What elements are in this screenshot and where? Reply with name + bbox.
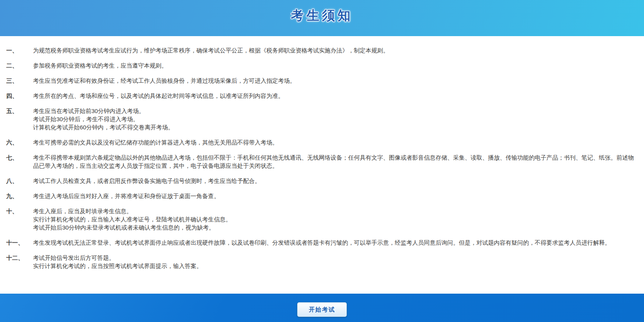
notice-item-number: 十、 xyxy=(6,207,33,231)
notice-item-number: 七、 xyxy=(6,153,33,170)
notice-line: 考试开始后30分钟内未登录考试机或者未确认考生信息的，视为缺考。 xyxy=(33,223,638,231)
notice-line: 考生应当在考试开始前30分钟内进入考场。 xyxy=(33,107,638,115)
notice-item: 三、 考生应当凭准考证和有效身份证，经考试工作人员验核身份，并通过现场采像后，方… xyxy=(6,77,638,85)
header-banner: 考生须知 xyxy=(0,0,644,36)
notice-item-number: 八、 xyxy=(6,177,33,185)
notice-line: 为规范税务师职业资格考试考生应试行为，维护考场正常秩序，确保考试公平公正，根据《… xyxy=(33,46,638,54)
notice-item: 九、 考生进入考场后应当对好入座，并将准考证和身份证放于桌面一角备查。 xyxy=(6,192,638,200)
notice-item-number: 十一、 xyxy=(6,238,33,247)
page-title: 考生须知 xyxy=(291,7,353,24)
notice-line: 考生发现考试机无法正常登录、考试机考试界面停止响应或者出现硬件故障，以及试卷印刷… xyxy=(33,238,638,247)
notice-item: 七、 考生不得携带本规则第六条规定物品以外的其他物品进入考场，包括但不限于：手机… xyxy=(6,153,638,170)
notice-line: 参加税务师职业资格考试的考生，应当遵守本规则。 xyxy=(33,61,638,70)
notice-line: 考试开始30分钟后，考生不得进入考场。 xyxy=(33,115,638,123)
notice-item-text: 考生进入考场后应当对好入座，并将准考证和身份证放于桌面一角备查。 xyxy=(33,192,638,200)
notice-line: 实行计算机化考试的，应当输入本人准考证号，登陆考试机并确认考生信息。 xyxy=(33,215,638,223)
notice-line: 考生所在的考点、考场和座位号，以及考试的具体起讫时间等考试信息，以准考证所列内容… xyxy=(33,92,638,100)
notice-line: 考试工作人员检查文具，或者启用反作弊设备实施电子信号侦测时，考生应当给予配合。 xyxy=(33,177,638,185)
notice-list: 一、 为规范税务师职业资格考试考生应试行为，维护考场正常秩序，确保考试公平公正，… xyxy=(6,46,638,270)
notice-item-text: 考试开始信号发出后方可答题。实行计算机化考试的，应当按照考试机考试界面提示，输入… xyxy=(33,254,638,270)
notice-item-number: 九、 xyxy=(6,192,33,200)
notice-line: 考试开始信号发出后方可答题。 xyxy=(33,254,638,262)
notice-item-text: 为规范税务师职业资格考试考生应试行为，维护考场正常秩序，确保考试公平公正，根据《… xyxy=(33,46,638,54)
notice-item-text: 考生可携带必需的文具以及没有记忆储存功能的计算器进入考场，其他无关用品不得带入考… xyxy=(33,138,638,146)
notice-item: 二、 参加税务师职业资格考试的考生，应当遵守本规则。 xyxy=(6,61,638,70)
notice-line: 考生进入考场后应当对好入座，并将准考证和身份证放于桌面一角备查。 xyxy=(33,192,638,200)
notice-line: 计算机化考试开始60分钟内，考试不得交卷离开考场。 xyxy=(33,123,638,131)
notice-line: 考生可携带必需的文具以及没有记忆储存功能的计算器进入考场，其他无关用品不得带入考… xyxy=(33,138,638,146)
notice-item-text: 参加税务师职业资格考试的考生，应当遵守本规则。 xyxy=(33,61,638,70)
notice-item-number: 一、 xyxy=(6,46,33,54)
notice-item-number: 三、 xyxy=(6,77,33,85)
notice-item: 四、 考生所在的考点、考场和座位号，以及考试的具体起讫时间等考试信息，以准考证所… xyxy=(6,92,638,100)
notice-item: 十一、 考生发现考试机无法正常登录、考试机考试界面停止响应或者出现硬件故障，以及… xyxy=(6,238,638,247)
notice-line: 考生不得携带本规则第六条规定物品以外的其他物品进入考场，包括但不限于：手机和任何… xyxy=(33,153,638,170)
notice-item-number: 五、 xyxy=(6,107,33,131)
notice-item-number: 四、 xyxy=(6,92,33,100)
notice-item: 一、 为规范税务师职业资格考试考生应试行为，维护考场正常秩序，确保考试公平公正，… xyxy=(6,46,638,54)
notice-item-text: 考生应当凭准考证和有效身份证，经考试工作人员验核身份，并通过现场采像后，方可进入… xyxy=(33,77,638,85)
notice-item: 六、 考生可携带必需的文具以及没有记忆储存功能的计算器进入考场，其他无关用品不得… xyxy=(6,138,638,146)
notice-line: 考生入座后，应当及时填录考生信息。 xyxy=(33,207,638,215)
notice-item-number: 六、 xyxy=(6,138,33,146)
notice-content: 一、 为规范税务师职业资格考试考生应试行为，维护考场正常秩序，确保考试公平公正，… xyxy=(0,36,644,270)
footer-bar: 开始考试 xyxy=(0,294,644,322)
notice-item-number: 十二、 xyxy=(6,254,33,270)
notice-item-text: 考生所在的考点、考场和座位号，以及考试的具体起讫时间等考试信息，以准考证所列内容… xyxy=(33,92,638,100)
start-exam-button[interactable]: 开始考试 xyxy=(297,302,347,317)
notice-item-text: 考生入座后，应当及时填录考生信息。实行计算机化考试的，应当输入本人准考证号，登陆… xyxy=(33,207,638,231)
notice-item-text: 考生发现考试机无法正常登录、考试机考试界面停止响应或者出现硬件故障，以及试卷印刷… xyxy=(33,238,638,247)
notice-item: 十、 考生入座后，应当及时填录考生信息。实行计算机化考试的，应当输入本人准考证号… xyxy=(6,207,638,231)
notice-item: 五、 考生应当在考试开始前30分钟内进入考场。考试开始30分钟后，考生不得进入考… xyxy=(6,107,638,131)
notice-line: 考生应当凭准考证和有效身份证，经考试工作人员验核身份，并通过现场采像后，方可进入… xyxy=(33,77,638,85)
notice-item-text: 考生应当在考试开始前30分钟内进入考场。考试开始30分钟后，考生不得进入考场。计… xyxy=(33,107,638,131)
notice-item: 八、 考试工作人员检查文具，或者启用反作弊设备实施电子信号侦测时，考生应当给予配… xyxy=(6,177,638,185)
notice-item: 十二、 考试开始信号发出后方可答题。实行计算机化考试的，应当按照考试机考试界面提… xyxy=(6,254,638,270)
notice-item-text: 考生不得携带本规则第六条规定物品以外的其他物品进入考场，包括但不限于：手机和任何… xyxy=(33,153,638,170)
notice-item-number: 二、 xyxy=(6,61,33,70)
notice-item-text: 考试工作人员检查文具，或者启用反作弊设备实施电子信号侦测时，考生应当给予配合。 xyxy=(33,177,638,185)
notice-line: 实行计算机化考试的，应当按照考试机考试界面提示，输入答案。 xyxy=(33,262,638,270)
